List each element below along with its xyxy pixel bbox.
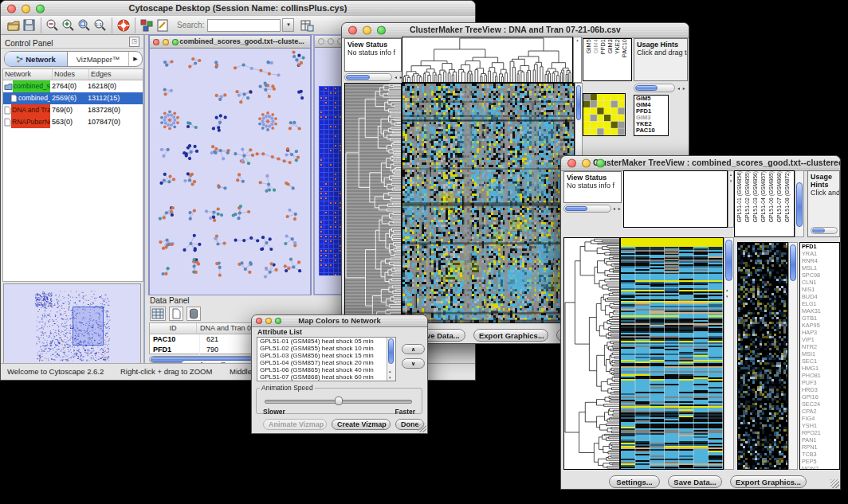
export-graphics-button[interactable]: Export Graphics... — [730, 475, 807, 488]
gene-label[interactable]: RPO21 — [800, 429, 839, 436]
minimize-button[interactable] — [163, 39, 169, 45]
gene-label[interactable]: NIS1 — [800, 286, 839, 293]
zoom-selected-icon[interactable] — [77, 18, 92, 33]
attribute-list-scrollbar[interactable]: ▴▾ — [387, 338, 395, 381]
close-button[interactable] — [567, 159, 576, 168]
gene-label[interactable]: MSI1 — [800, 350, 839, 357]
float-panel-icon[interactable]: ◳ — [129, 37, 139, 47]
gene-label[interactable]: PFD1 — [800, 243, 839, 250]
scroll-arrows[interactable]: ◂ ▸ — [613, 205, 622, 213]
row-dendrogram[interactable] — [563, 237, 620, 470]
gene-label[interactable]: CLN1 — [800, 279, 839, 286]
zoom-button[interactable] — [377, 26, 386, 35]
gene-label[interactable]: BUD4 — [800, 293, 839, 300]
new-attribute-icon[interactable] — [169, 307, 183, 321]
vizmapper-icon[interactable] — [139, 18, 155, 33]
gene-label[interactable]: YSH1 — [800, 422, 839, 429]
secondary-heatmap-scrollbar[interactable] — [788, 242, 798, 470]
save-data-button[interactable]: Save Data... — [668, 475, 722, 488]
gene-label[interactable]: GTB1 — [800, 315, 839, 322]
zoom-button[interactable] — [172, 39, 179, 45]
help-icon[interactable] — [116, 18, 132, 33]
close-button[interactable] — [256, 318, 262, 324]
gene-label[interactable]: GPI16 — [800, 393, 839, 400]
search-input[interactable] — [207, 19, 281, 32]
table-view-icon[interactable] — [150, 307, 166, 321]
view-status-scrollbar[interactable] — [344, 73, 392, 81]
secondary-heatmap[interactable] — [737, 242, 788, 470]
export-graphics-button[interactable]: Export Graphics... — [473, 329, 548, 342]
column-dendrogram[interactable] — [402, 37, 573, 83]
row-dendrogram[interactable] — [344, 83, 402, 323]
gene-label[interactable]: PUF3 — [800, 379, 839, 386]
zoom-button[interactable] — [596, 159, 605, 168]
attribute-item[interactable]: GPL51-02 (GSM855) heat shock 10 min — [257, 345, 387, 352]
resize-grip[interactable] — [830, 479, 839, 488]
create-vizmap-button[interactable]: Create Vizmap — [332, 419, 391, 430]
tab-overflow-arrow[interactable]: ▶ — [128, 52, 142, 66]
dialog-titlebar[interactable]: Map Colors to Network — [252, 315, 427, 327]
column-labels-scrollbar[interactable] — [795, 170, 804, 237]
tab-network[interactable]: Network — [5, 52, 68, 66]
network-row-dna-tran[interactable]: DNA and Tran 07 769(0) 183728(0) — [3, 104, 143, 116]
gene-label[interactable]: SEC24 — [800, 400, 839, 408]
tab-vizmapper[interactable]: VizMapper™ — [68, 52, 128, 66]
gene-label[interactable]: HMG1 — [800, 365, 839, 372]
gene-label[interactable]: MON2 — [800, 465, 839, 470]
gene-label[interactable]: ELG1 — [800, 300, 839, 307]
gene-label[interactable]: PAN1 — [800, 436, 839, 443]
search-dropdown-button[interactable]: ▼ — [282, 18, 294, 32]
treeview2-titlebar[interactable]: ClusterMaker TreeView : combined_scores_… — [561, 156, 840, 171]
attribute-item[interactable]: GPL51-04 (GSM857) heat shock 20 min — [257, 359, 387, 366]
heatmap-panel[interactable] — [402, 83, 575, 323]
dense-network-canvas[interactable] — [319, 86, 343, 275]
minimize-button[interactable] — [22, 4, 30, 13]
gene-label[interactable]: TCB3 — [800, 451, 839, 458]
gene-label[interactable]: CPA2 — [800, 408, 839, 415]
zoom-button[interactable] — [36, 4, 45, 13]
settings-button[interactable]: Settings... — [609, 475, 660, 488]
col-header-network[interactable]: Network — [3, 69, 53, 80]
minimize-button[interactable] — [265, 318, 272, 324]
animate-vizmap-button[interactable]: Animate Vizmap — [263, 419, 327, 430]
zoom-button[interactable] — [275, 318, 281, 324]
open-session-icon[interactable] — [6, 18, 22, 33]
import-table-icon[interactable] — [299, 18, 315, 33]
data-col-id[interactable]: ID — [150, 323, 197, 334]
annotation-icon[interactable] — [155, 18, 171, 33]
network-frame-titlebar[interactable]: combined_scores_good.txt--cluste... — [150, 36, 310, 49]
move-up-button[interactable]: ∧ — [402, 344, 425, 354]
zoom-in-icon[interactable] — [61, 18, 77, 33]
similarity-matrix[interactable] — [583, 93, 626, 136]
view-status-scrollbar[interactable] — [563, 205, 611, 213]
slider-thumb[interactable] — [335, 397, 343, 405]
expression-heatmap-scrollbar[interactable]: ▴▾ — [724, 237, 734, 470]
move-down-button[interactable]: ∨ — [402, 358, 425, 369]
network-row-rnapuber[interactable]: RNAPuberNov2+ 563(0) 107847(0) — [3, 116, 143, 128]
close-button[interactable] — [7, 4, 16, 13]
gene-label[interactable]: FIG4 — [800, 415, 839, 422]
gene-label[interactable]: YRA1 — [800, 250, 839, 257]
speed-slider[interactable] — [265, 400, 412, 404]
gene-label[interactable]: RNR4 — [800, 257, 839, 264]
gene-label[interactable]: VIP1 — [800, 336, 839, 343]
network-overview[interactable] — [3, 283, 141, 365]
minimize-button[interactable] — [582, 159, 591, 168]
usage-hints-scrollbar[interactable] — [634, 84, 675, 92]
gene-label[interactable]: NTR2 — [800, 343, 839, 350]
zoom-out-icon[interactable] — [45, 18, 61, 33]
expression-heatmap[interactable] — [620, 237, 724, 470]
delete-attribute-icon[interactable] — [186, 307, 201, 321]
col-header-edges[interactable]: Edges — [89, 69, 143, 80]
gene-label[interactable]: MAK31 — [800, 307, 839, 315]
close-button[interactable] — [153, 39, 159, 45]
gene-label[interactable]: MSL1 — [800, 264, 839, 272]
heatmap-v-scroll-strip[interactable]: ▴ — [573, 37, 582, 83]
gene-label[interactable]: HAP3 — [800, 329, 839, 336]
network-canvas[interactable] — [150, 49, 310, 295]
attribute-item[interactable]: GPL51-01 (GSM854) heat shock 05 min — [257, 338, 387, 345]
scroll-arrows[interactable]: ◂ ▸ — [677, 85, 686, 92]
gene-label[interactable]: HRD3 — [800, 386, 839, 393]
minimize-button[interactable] — [363, 26, 371, 35]
save-session-icon[interactable] — [22, 18, 37, 33]
